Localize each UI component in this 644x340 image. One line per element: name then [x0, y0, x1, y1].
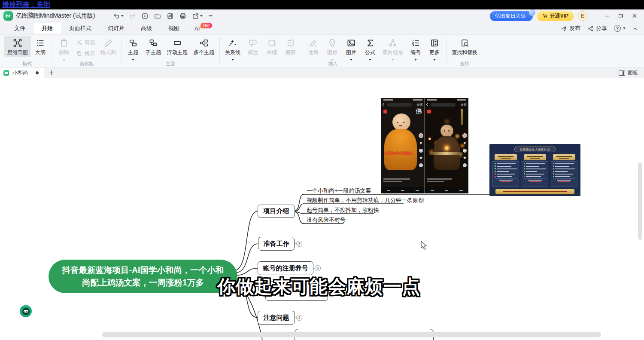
topic-node-account-registration[interactable]: 账号的注册养号 [258, 261, 313, 275]
topic-node-preparation[interactable]: 准备工作 [258, 237, 295, 251]
subtopic-text[interactable]: 没有风险不封号 [307, 216, 346, 224]
menu-slides[interactable]: 幻灯片 [100, 23, 133, 34]
topic-button[interactable]: 主题 [124, 36, 143, 63]
print-button[interactable] [179, 12, 187, 20]
undo-caret [121, 15, 124, 18]
root-topic-node[interactable]: 抖音最新蓝海项目-AI国学小和尚，一个小和尚配上鸡汤文案，一周涨粉1万多 [49, 260, 237, 293]
menu-page-style[interactable]: 页面样式 [61, 23, 100, 34]
app-title: 亿图脑图MindMaster (试用版) [16, 12, 95, 20]
cut-icon [76, 40, 82, 46]
format-painter-icon [103, 38, 113, 48]
ribbon-toolbar: 思维导图 大纲 模式 粘贴 剪切 [0, 34, 644, 68]
summer-promo-button[interactable]: 亿图夏日大促 [490, 11, 533, 21]
vertical-scrollbar[interactable] [638, 162, 642, 240]
callout-label: 标注 [248, 49, 258, 56]
panel-toggle-button[interactable]: 面板 [619, 69, 644, 77]
undo-button[interactable] [113, 12, 124, 20]
ribbon-divider [121, 38, 122, 63]
outline-mode-button[interactable]: 大纲 [31, 36, 50, 57]
relationship-line-button[interactable]: 关系线 [222, 36, 243, 63]
collapsed-count-badge[interactable]: 6 [315, 265, 321, 271]
help-button[interactable]: ? [614, 25, 626, 32]
menu-view[interactable]: 视图 [160, 23, 188, 34]
window-controls [601, 11, 641, 21]
multiple-topics-label: 多个主题 [194, 49, 214, 56]
group-label-clipboard: 剪贴板 [55, 61, 119, 67]
subtopic-text[interactable]: 起号简单，不投抖加，涨粉快 [307, 206, 379, 214]
topic-node-attention-issues[interactable]: 注意问题 [258, 311, 295, 325]
playlist-status-text: 播放列表：关闭 [2, 0, 50, 9]
customize-quickbar-button[interactable] [208, 13, 213, 19]
topic-node-project-intro[interactable]: 项目介绍 [258, 205, 295, 218]
menubar-right: 发布 分享 ? [561, 25, 638, 32]
image-icon [346, 38, 356, 48]
menubar: 文件 开始 页面样式 幻灯片 高级 视图 AI Hot 发布 分享 ? [0, 22, 644, 34]
subtopic-text[interactable]: 视频制作简单，不用剪辑功底，几分钟一条原创 [307, 196, 424, 204]
paste-button: 粘贴 [55, 36, 73, 63]
promo-label: 亿图夏日大促 [495, 13, 526, 19]
floating-topic-button[interactable]: 浮动主题 [164, 36, 191, 57]
menu-advanced[interactable]: 高级 [133, 23, 160, 34]
topic-label: 主题 [128, 49, 138, 56]
quick-access-toolbar [113, 12, 213, 20]
redo-icon [129, 12, 136, 20]
open-file-button[interactable] [154, 12, 161, 20]
ribbon-group-clipboard: 粘贴 剪切 拷贝 格式刷 剪贴板 [55, 36, 119, 67]
find-replace-button[interactable]: 查找和替换 [449, 36, 480, 57]
menu-file[interactable]: 文件 [6, 23, 33, 34]
mindmap-canvas[interactable]: 搜索 佛 今天是8月2日星期三 ♥ ★ [0, 78, 644, 340]
subtopic-button[interactable]: 子主题 [143, 36, 164, 57]
multiple-topics-button[interactable]: 多个主题 [191, 36, 217, 57]
save-icon [167, 12, 174, 20]
share-button[interactable]: 分享 [587, 25, 607, 32]
more-insert-button[interactable]: 更多 [425, 36, 444, 63]
save-button[interactable] [167, 12, 174, 20]
publish-button[interactable]: 发布 [561, 25, 580, 32]
close-button[interactable] [629, 11, 641, 21]
collapsed-count-badge[interactable]: 2 [296, 315, 302, 321]
cart-icon [542, 13, 548, 19]
more-insert-label: 更多 [429, 49, 440, 56]
subtopic-icon [149, 38, 158, 48]
mindmap-mode-button[interactable]: 思维导图 [4, 36, 31, 57]
numbering-label: 编号 [410, 49, 421, 56]
new-file-icon [141, 12, 149, 20]
menu-ai[interactable]: AI Hot [188, 24, 215, 34]
numbering-button[interactable]: 编号 [406, 36, 425, 63]
numbering-icon [411, 38, 420, 48]
print-icon [179, 12, 187, 20]
horizontal-scrollbar[interactable] [102, 332, 601, 337]
find-replace-icon [460, 38, 469, 48]
callout-button: 标注 [243, 36, 262, 57]
summary-button: 概要 [281, 36, 300, 57]
help-caret [623, 28, 626, 31]
ai-assistant-button[interactable] [20, 305, 32, 317]
new-tab-button[interactable] [49, 70, 54, 76]
share-label: 分享 [596, 25, 607, 32]
panel-icon [619, 70, 625, 76]
formula-button[interactable]: 公式 [361, 36, 380, 63]
subtopic-text[interactable]: 一个小和尚+一段鸡汤文案 [307, 187, 371, 195]
robot-face-icon [22, 308, 30, 315]
undo-icon [113, 12, 120, 20]
export-caret [200, 15, 203, 18]
collapsed-count-badge[interactable]: 3 [296, 241, 302, 247]
callout-icon [248, 38, 258, 48]
boundary-button: 外框 [262, 36, 281, 57]
new-file-button[interactable] [141, 12, 149, 20]
cut-button: 剪切 [73, 39, 97, 46]
collapse-ribbon-button[interactable] [632, 26, 638, 31]
account-avatar[interactable]: E [578, 11, 587, 21]
open-vip-button[interactable]: 开通VIP [537, 11, 574, 21]
document-tab[interactable]: 小和尚 [0, 68, 44, 78]
publish-label: 发布 [569, 25, 580, 32]
menu-home[interactable]: 开始 [33, 23, 61, 34]
customize-icon [208, 13, 213, 19]
outline-icon [36, 38, 45, 48]
minimize-button[interactable] [601, 11, 613, 21]
image-button[interactable]: 图片 [342, 36, 361, 63]
export-button[interactable] [192, 12, 203, 20]
ribbon-subdivider [302, 37, 302, 59]
maximize-button[interactable] [615, 11, 627, 21]
app-logo-icon [3, 11, 13, 21]
